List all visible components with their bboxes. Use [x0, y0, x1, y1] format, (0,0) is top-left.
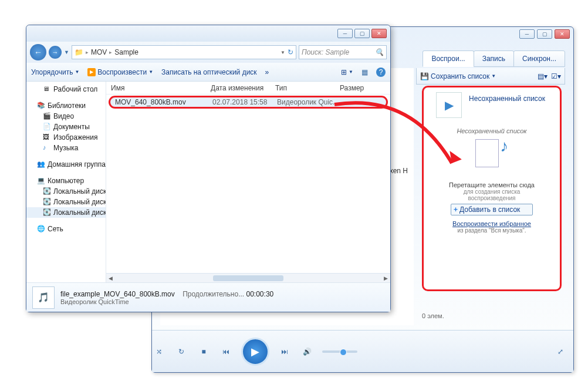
- col-type[interactable]: Тип: [271, 84, 335, 92]
- minimize-button[interactable]: ─: [519, 29, 535, 39]
- clear-button[interactable]: ▤▾: [538, 72, 548, 80]
- play-favorites-link[interactable]: Воспроизвести избранное: [428, 220, 555, 227]
- playlist-dropzone[interactable]: ▶ Несохраненный список Несохраненный спи…: [422, 86, 562, 291]
- drop-hint2: воспроизведения: [428, 195, 555, 201]
- tree-label: Видео: [53, 112, 74, 120]
- playback-controls: ⤭ ↻ ■ ⏮ ▶ ⏭ 🔊 ⤢: [152, 330, 573, 372]
- search-input[interactable]: Поиск: Sample 🔍: [299, 45, 387, 59]
- tree-libraries[interactable]: 📚Библиотеки: [26, 100, 106, 111]
- library-icon: 📚: [37, 102, 45, 110]
- play-menu[interactable]: ▶Воспроизвести ▼: [87, 68, 153, 76]
- drop-message: Перетащите элементы сюда: [428, 181, 555, 188]
- maximize-button[interactable]: ▢: [537, 29, 552, 39]
- tree-homegroup[interactable]: 👥Домашняя группа: [26, 159, 106, 170]
- tree-label: Документы: [53, 123, 90, 131]
- scroll-right-icon[interactable]: ▶: [384, 275, 388, 281]
- chevron-down-icon: ▼: [491, 73, 496, 79]
- desktop-icon: 🖥: [43, 85, 51, 93]
- help-button[interactable]: ?: [376, 68, 386, 77]
- scroll-left-icon[interactable]: ◀: [109, 275, 113, 281]
- repeat-button[interactable]: ↻: [174, 345, 188, 359]
- column-headers: Имя Дата изменения Тип Размер: [106, 82, 390, 95]
- breadcrumb-seg1[interactable]: MOV: [91, 48, 107, 56]
- save-list-button[interactable]: 💾 Сохранить список ▼: [420, 72, 496, 80]
- tree-label: Компьютер: [48, 177, 84, 185]
- options-button[interactable]: ☑▾: [551, 72, 561, 80]
- options-icon: ☑▾: [551, 72, 561, 80]
- status-duration: 00:00:30: [246, 290, 274, 298]
- tree-drive[interactable]: 💽Локальный диск: [26, 207, 106, 218]
- play-label: Воспроизвести: [97, 68, 147, 76]
- chevron-down-icon[interactable]: ▼: [64, 49, 69, 55]
- file-large-icon: 🎵: [32, 286, 55, 309]
- wmp-tabs: Воспрои... Запись Синхрон...: [423, 50, 565, 67]
- tree-label: Локальный диск: [53, 198, 106, 206]
- add-to-list-button[interactable]: + Добавить в список: [451, 204, 533, 215]
- back-button[interactable]: ←: [30, 44, 46, 60]
- tree-network[interactable]: 🌐Сеть: [26, 224, 106, 234]
- more-button[interactable]: »: [265, 68, 269, 76]
- status-filetype: Видеоролик QuickTime: [60, 298, 273, 305]
- tree-label: Библиотеки: [48, 102, 86, 110]
- tree-desktop[interactable]: 🖥Рабочий стол: [26, 84, 106, 95]
- file-row[interactable]: MOV_640_800kB.mov 02.07.2018 15:58 Видео…: [109, 96, 388, 109]
- tree-images[interactable]: 🖼Изображения: [26, 132, 106, 143]
- network-icon: 🌐: [37, 225, 45, 233]
- file-date: 02.07.2018 15:58: [208, 98, 272, 106]
- col-name[interactable]: Имя: [106, 84, 206, 92]
- tree-music[interactable]: ♪Музыка: [26, 143, 106, 153]
- tab-sync[interactable]: Синхрон...: [513, 50, 565, 67]
- maximize-button[interactable]: ▢: [354, 29, 370, 38]
- file-type: Видеоролик Quic...: [272, 98, 343, 106]
- image-icon: 🖼: [43, 133, 51, 141]
- play-favorites-source: из раздела "Вся музыка".: [428, 227, 555, 234]
- breadcrumb-sep: ▸: [86, 49, 89, 55]
- tree-label: Домашняя группа: [48, 160, 106, 168]
- col-date[interactable]: Дата изменения: [206, 84, 271, 92]
- tree-video[interactable]: 🎬Видео: [26, 111, 106, 122]
- volume-slider[interactable]: [322, 350, 357, 353]
- file-list: Имя Дата изменения Тип Размер MOV_640_80…: [106, 82, 390, 282]
- scrollbar-thumb[interactable]: [213, 275, 283, 281]
- tree-documents[interactable]: 📄Документы: [26, 122, 106, 132]
- tree-label: Изображения: [53, 133, 97, 141]
- breadcrumb-seg2[interactable]: Sample: [114, 48, 138, 56]
- drive-icon: 💽: [43, 198, 51, 206]
- drive-icon: 💽: [43, 208, 51, 217]
- refresh-button[interactable]: ↻: [288, 48, 293, 56]
- organize-menu[interactable]: Упорядочить ▼: [31, 68, 79, 76]
- chevron-down-icon[interactable]: ▼: [281, 50, 285, 55]
- preview-pane-button[interactable]: ▦: [361, 68, 368, 76]
- nav-tree: 🖥Рабочий стол 📚Библиотеки 🎬Видео 📄Докуме…: [26, 82, 106, 282]
- status-dur-label: Продолжительно...: [183, 290, 244, 298]
- folder-icon: 📁: [75, 48, 83, 56]
- computer-icon: 💻: [37, 177, 45, 185]
- explorer-window: ─ ▢ ✕ ← → ▼ 📁 ▸ MOV ▸ Sample ▼ ↻ Поиск: …: [26, 25, 391, 312]
- chevron-down-icon: ▼: [148, 69, 153, 75]
- next-button[interactable]: ⏭: [278, 345, 292, 359]
- shuffle-button[interactable]: ⤭: [152, 345, 166, 359]
- minimize-button[interactable]: ─: [337, 29, 353, 38]
- address-bar[interactable]: 📁 ▸ MOV ▸ Sample ▼ ↻: [72, 45, 296, 59]
- tree-label: Локальный диск: [53, 187, 106, 195]
- drop-icon: ♪: [475, 137, 508, 170]
- tab-play[interactable]: Воспрои...: [423, 50, 474, 67]
- tree-computer[interactable]: 💻Компьютер: [26, 176, 106, 186]
- mute-button[interactable]: 🔊: [300, 345, 314, 359]
- horizontal-scrollbar[interactable]: ◀ ▶: [106, 273, 390, 282]
- burn-button[interactable]: Записать на оптический диск: [161, 68, 257, 76]
- col-size[interactable]: Размер: [335, 84, 369, 92]
- stop-button[interactable]: ■: [197, 345, 211, 359]
- tab-record[interactable]: Запись: [474, 50, 514, 67]
- play-button[interactable]: ▶: [241, 338, 269, 366]
- prev-button[interactable]: ⏮: [219, 345, 233, 359]
- view-button[interactable]: ⊞ ▼: [341, 68, 353, 76]
- tree-label: Локальный диск: [53, 208, 106, 217]
- forward-button[interactable]: →: [49, 46, 62, 59]
- close-button[interactable]: ✕: [371, 29, 387, 38]
- tree-drive[interactable]: 💽Локальный диск: [26, 197, 106, 207]
- close-button[interactable]: ✕: [555, 29, 570, 39]
- tree-label: Рабочий стол: [53, 85, 97, 93]
- fullscreen-button[interactable]: ⤢: [553, 345, 567, 359]
- tree-drive[interactable]: 💽Локальный диск: [26, 186, 106, 197]
